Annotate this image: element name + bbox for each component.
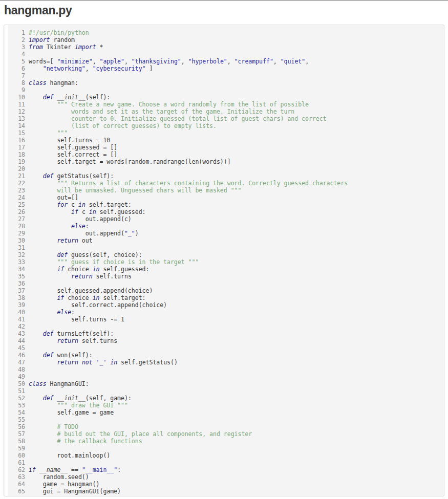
code-token-p xyxy=(29,237,57,244)
code-text: def __init__(self): xyxy=(29,94,110,101)
code-token-k: def xyxy=(43,172,54,180)
code-line: 45 xyxy=(4,344,444,352)
code-token-p: , xyxy=(181,58,188,65)
code-token-p xyxy=(29,294,57,301)
code-line: 54 self.game = game xyxy=(4,409,444,416)
code-token-p: , xyxy=(227,58,234,65)
code-text: out.append(c) xyxy=(29,215,132,223)
code-token-k: in xyxy=(93,294,100,301)
line-number: 23 xyxy=(4,187,29,194)
code-token-c: will be unmasked. Unguessed chars will b… xyxy=(29,187,241,194)
code-token-p: , xyxy=(124,58,132,65)
code-text: class HangmanGUI: xyxy=(29,380,89,387)
code-token-p: == xyxy=(68,466,82,473)
line-number: 28 xyxy=(4,223,29,230)
code-token-p xyxy=(29,352,43,359)
code-line: 20 xyxy=(4,165,444,172)
code-line: 25 for c in self.target: xyxy=(4,201,444,208)
code-text: from Tkinter import * xyxy=(29,44,103,51)
code-line: 48 xyxy=(4,366,444,373)
code-token-p: random.seed() xyxy=(29,473,89,481)
code-token-c: words and set it as the target of the ga… xyxy=(29,108,294,115)
line-number: 11 xyxy=(4,101,29,108)
code-token-p: self.correct.append(choice) xyxy=(29,301,167,309)
code-line: 3from Tkinter import * xyxy=(4,44,444,51)
code-token-k: else xyxy=(57,309,71,316)
code-line: 22 """ Returns a list of characters cont… xyxy=(4,180,444,187)
code-text: self.turns = 10 xyxy=(29,137,110,144)
code-token-k: in xyxy=(93,266,100,273)
code-token-p: self.target = words[random.randrange(len… xyxy=(29,158,231,165)
line-number: 48 xyxy=(4,366,29,373)
code-token-s: "minimize" xyxy=(57,58,92,65)
line-number: 65 xyxy=(4,488,29,495)
code-line: 41 self.turns -= 1 xyxy=(4,316,444,323)
code-token-p: gui = HangmanGUI(game) xyxy=(29,488,121,495)
code-token-p xyxy=(29,266,57,273)
code-line: 7 xyxy=(4,72,444,79)
line-number: 24 xyxy=(4,194,29,201)
code-text: import random xyxy=(29,36,75,44)
code-token-p: out xyxy=(78,237,93,244)
line-number: 45 xyxy=(4,344,29,352)
line-number: 12 xyxy=(4,108,29,115)
code-token-k: def xyxy=(43,330,54,337)
line-number: 63 xyxy=(4,473,29,481)
line-number: 6 xyxy=(4,65,29,72)
code-token-c: """ guess if choice is in the target """ xyxy=(29,258,199,266)
line-number: 27 xyxy=(4,215,29,223)
code-text: self.correct.append(choice) xyxy=(29,301,167,309)
code-block: 1#!/usr/bin/python2import random3from Tk… xyxy=(4,25,444,496)
code-text: def won(self): xyxy=(29,352,93,359)
code-token-p: * xyxy=(96,44,103,51)
code-line: 29 out.append("_") xyxy=(4,230,444,237)
code-token-k: import xyxy=(75,44,96,51)
line-number: 47 xyxy=(4,359,29,366)
code-line: 23 will be unmasked. Unguessed chars wil… xyxy=(4,187,444,194)
line-number: 43 xyxy=(4,330,29,337)
code-token-p xyxy=(29,330,43,337)
code-text: def guess(self, choice): xyxy=(29,251,142,258)
line-number: 18 xyxy=(4,151,29,158)
line-number: 40 xyxy=(4,309,29,316)
code-line: 33 """ guess if choice is in the target … xyxy=(4,258,444,266)
code-line: 61 xyxy=(4,459,444,466)
line-number: 46 xyxy=(4,352,29,359)
code-token-k: def xyxy=(43,352,54,359)
line-number: 60 xyxy=(4,452,29,459)
line-number: 38 xyxy=(4,294,29,301)
code-line: 49 xyxy=(4,373,444,380)
code-text: else: xyxy=(29,309,75,316)
code-token-p: ] xyxy=(146,65,153,72)
code-token-p: Tkinter xyxy=(43,44,75,51)
code-token-s: "networking" xyxy=(43,65,86,72)
line-number: 5 xyxy=(4,58,29,65)
code-token-s: "__main__" xyxy=(82,466,117,473)
code-token-p: out.append( xyxy=(29,230,124,237)
code-token-p: self.guessed: xyxy=(100,266,150,273)
code-token-p xyxy=(29,223,71,230)
code-token-p xyxy=(29,395,43,402)
code-token-p: self.getStatus() xyxy=(117,359,178,366)
code-token-k: from xyxy=(29,44,43,51)
code-token-k: return xyxy=(71,273,93,280)
line-number: 64 xyxy=(4,481,29,488)
code-line: 44 return self.turns xyxy=(4,337,444,344)
line-number: 61 xyxy=(4,459,29,466)
code-token-k: return xyxy=(57,337,78,344)
code-token-c: """ Returns a list of characters contain… xyxy=(29,180,348,187)
code-token-p: random xyxy=(50,36,75,44)
line-number: 7 xyxy=(4,72,29,79)
line-number: 32 xyxy=(4,251,29,258)
code-token-p xyxy=(29,273,71,280)
code-token-k: in xyxy=(110,359,117,366)
code-token-c: # TODO xyxy=(29,423,78,430)
line-number: 25 xyxy=(4,201,29,208)
code-text: if choice in self.target: xyxy=(29,294,146,301)
code-token-p: choice xyxy=(64,294,92,301)
code-token-p xyxy=(29,337,57,344)
code-line: 8class hangman: xyxy=(4,79,444,86)
line-number: 35 xyxy=(4,273,29,280)
code-text: """ Returns a list of characters contain… xyxy=(29,180,348,187)
code-token-k: return xyxy=(57,237,78,244)
